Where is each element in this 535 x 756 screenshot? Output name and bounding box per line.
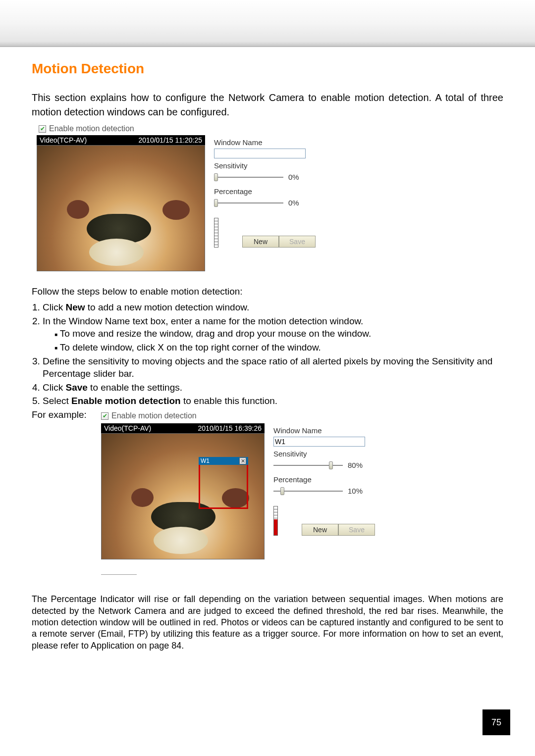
- level-indicator-fill-2: [274, 519, 277, 535]
- save-button[interactable]: Save: [279, 236, 316, 248]
- video-source-label-2: Video(TCP-AV): [104, 424, 151, 432]
- percentage-value-2: 10%: [348, 487, 363, 495]
- selection-titlebar[interactable]: W1 ✕: [199, 457, 248, 465]
- step-text: In the Window Name text box, enter a nam…: [43, 316, 363, 326]
- step-text: to add a new motion detection window.: [85, 302, 250, 312]
- percentage-slider-2[interactable]: [273, 491, 343, 492]
- sensitivity-label-2: Sensitivity: [273, 450, 375, 458]
- step-text: to enable this function.: [181, 396, 277, 406]
- enable-motion-label: Enable motion detection: [49, 124, 134, 133]
- level-indicator-2: [273, 506, 278, 536]
- close-icon[interactable]: ✕: [239, 457, 246, 464]
- window-name-label-2: Window Name: [273, 426, 375, 435]
- page-content: Motion Detection This section explains h…: [0, 47, 535, 652]
- steps-list: Click New to add a new motion detection …: [32, 301, 503, 407]
- video-source-label: Video(TCP-AV): [40, 136, 87, 144]
- percentage-label-2: Percentage: [273, 475, 375, 484]
- step-bold: Enable motion detection: [71, 396, 181, 406]
- step-text: Click: [43, 382, 65, 393]
- scene-chair: [67, 200, 89, 219]
- video-timestamp-2: 2010/01/15 16:39:26: [198, 424, 262, 432]
- separator-line: [101, 574, 137, 575]
- step-2a: To move and resize the window, drag and …: [54, 327, 503, 340]
- step-2: In the Window Name text box, enter a nam…: [43, 315, 503, 354]
- video-preview-2: Video(TCP-AV) 2010/01/15 16:39:26 W1 ✕: [101, 423, 265, 559]
- sensitivity-thumb[interactable]: [214, 173, 218, 181]
- window-name-input-2[interactable]: [273, 437, 365, 447]
- selection-title-text: W1: [201, 457, 210, 464]
- window-name-label: Window Name: [214, 138, 316, 147]
- enable-motion-checkbox[interactable]: ✔: [39, 125, 46, 133]
- section-title: Motion Detection: [32, 61, 503, 77]
- video-frame-2[interactable]: W1 ✕: [101, 433, 265, 559]
- video-header-2: Video(TCP-AV) 2010/01/15 16:39:26: [101, 423, 265, 433]
- scene-chair: [131, 488, 154, 507]
- step-text: Select: [43, 396, 71, 406]
- enable-motion-row-2: ✔ Enable motion detection: [101, 411, 503, 420]
- percentage-label: Percentage: [214, 187, 316, 196]
- percentage-thumb[interactable]: [214, 199, 218, 207]
- step-text: Click: [43, 302, 65, 312]
- sensitivity-value: 0%: [288, 173, 299, 181]
- video-header-1: Video(TCP-AV) 2010/01/15 11:20:25: [37, 135, 205, 145]
- save-button-2[interactable]: Save: [338, 524, 375, 536]
- motion-window-selection[interactable]: W1 ✕: [199, 463, 248, 509]
- sensitivity-thumb-2[interactable]: [329, 461, 333, 469]
- page-number: 75: [482, 709, 510, 735]
- step-5: Select Enable motion detection to enable…: [43, 395, 503, 407]
- step-text: to enable the settings.: [88, 382, 182, 393]
- intro-paragraph: This section explains how to configure t…: [32, 91, 503, 119]
- scene-sofa: [154, 527, 208, 554]
- enable-motion-row: ✔ Enable motion detection: [39, 124, 503, 133]
- step-bold: New: [65, 302, 85, 312]
- controls-panel-1: Window Name Sensitivity 0% Percentage 0%: [214, 135, 316, 271]
- footer-paragraph: The Percentage Indicator will rise or fa…: [32, 594, 503, 652]
- window-name-input[interactable]: [214, 149, 306, 158]
- step-4: Click Save to enable the settings.: [43, 381, 503, 394]
- step-bold: Save: [65, 382, 87, 393]
- page-header-bar: [0, 0, 535, 47]
- sensitivity-value-2: 80%: [348, 461, 363, 469]
- video-preview-1: Video(TCP-AV) 2010/01/15 11:20:25: [37, 135, 205, 271]
- enable-motion-label-2: Enable motion detection: [111, 411, 197, 420]
- new-button-2[interactable]: New: [302, 524, 338, 536]
- controls-panel-2: Window Name Sensitivity 80% Percentage 1…: [273, 423, 375, 559]
- steps-intro: Follow the steps below to enable motion …: [32, 286, 503, 297]
- sensitivity-slider-2[interactable]: [273, 465, 343, 466]
- sensitivity-slider[interactable]: [214, 177, 283, 178]
- scene-chair: [162, 200, 190, 220]
- sensitivity-label: Sensitivity: [214, 161, 316, 170]
- step-1: Click New to add a new motion detection …: [43, 301, 503, 314]
- scene-sofa: [89, 239, 144, 266]
- step-3: Define the sensitivity to moving objects…: [43, 355, 503, 380]
- percentage-thumb-2[interactable]: [280, 487, 284, 495]
- percentage-slider[interactable]: [214, 202, 283, 203]
- step-2b: To delete window, click X on the top rig…: [54, 341, 503, 354]
- example-1: Video(TCP-AV) 2010/01/15 11:20:25 Window…: [37, 135, 503, 271]
- new-button[interactable]: New: [242, 236, 279, 248]
- video-timestamp: 2010/01/15 11:20:25: [139, 136, 202, 144]
- video-frame-1[interactable]: [37, 145, 205, 271]
- example-2: Video(TCP-AV) 2010/01/15 16:39:26 W1 ✕: [101, 423, 503, 559]
- level-indicator: [214, 218, 218, 248]
- percentage-value: 0%: [288, 199, 299, 207]
- enable-motion-checkbox-2[interactable]: ✔: [101, 412, 108, 420]
